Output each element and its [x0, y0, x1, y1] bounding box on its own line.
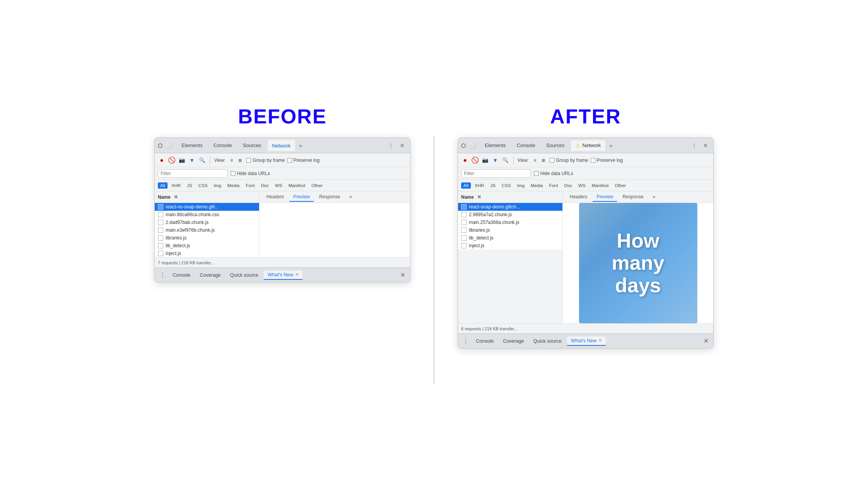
before-view-normal[interactable]: ≣ — [236, 156, 244, 164]
after-file-item-4[interactable]: lib_detect.js — [458, 234, 562, 242]
after-filter-icon[interactable]: ▼ — [491, 156, 499, 164]
before-resource-media[interactable]: Media — [225, 182, 242, 189]
after-drawer-console[interactable]: Console — [472, 337, 498, 345]
after-preserve-checkbox[interactable] — [591, 158, 595, 163]
before-tab-sources[interactable]: Sources — [238, 140, 266, 151]
after-resource-font[interactable]: Font — [547, 182, 560, 189]
before-file-item-4[interactable]: libraries.js — [155, 234, 259, 242]
after-clear-btn[interactable]: 🚫 — [471, 156, 479, 164]
before-resource-js[interactable]: JS — [185, 182, 194, 189]
after-tab-network[interactable]: ⚠ Network — [571, 140, 606, 151]
before-drawer-close-btn[interactable]: ✕ — [399, 271, 407, 279]
after-hide-data-urls[interactable]: Hide data URLs — [534, 171, 573, 176]
before-tab-more[interactable]: » — [297, 141, 304, 150]
before-drawer-console[interactable]: Console — [169, 271, 194, 279]
after-resource-xhr[interactable]: XHR — [472, 182, 486, 189]
before-resource-doc[interactable]: Doc — [259, 182, 271, 189]
after-mobile-icon[interactable]: ⬜ — [469, 142, 475, 149]
before-tab-console[interactable]: Console — [209, 140, 237, 151]
before-resource-all[interactable]: All — [158, 182, 168, 189]
after-hide-checkbox[interactable] — [534, 171, 539, 176]
after-search-icon[interactable]: 🔍 — [501, 156, 509, 164]
after-file-item-5[interactable]: inject.js — [458, 242, 562, 250]
after-group-by-frame[interactable]: Group by frame — [550, 158, 588, 163]
before-resource-font[interactable]: Font — [244, 182, 257, 189]
before-clear-btn[interactable]: 🚫 — [168, 156, 176, 164]
before-panel-close[interactable]: ✕ — [398, 142, 407, 149]
before-group-checkbox[interactable] — [246, 158, 251, 163]
after-drawer-menu[interactable]: ⋮ — [461, 336, 470, 345]
after-tab-more2[interactable]: » — [649, 192, 659, 202]
before-drawer-whats-new[interactable]: What's New ✕ — [264, 271, 303, 280]
before-resource-ws[interactable]: WS — [273, 182, 285, 189]
after-cursor-icon[interactable]: ⬡ — [461, 142, 466, 149]
before-search-icon[interactable]: 🔍 — [198, 156, 206, 164]
before-preserve-log[interactable]: Preserve log — [287, 158, 320, 163]
before-tab-menu[interactable]: ⋮ — [386, 141, 396, 150]
before-tab-elements[interactable]: Elements — [177, 140, 207, 151]
after-resource-doc[interactable]: Doc — [562, 182, 574, 189]
after-header-close[interactable]: ✕ — [477, 194, 481, 200]
after-tab-console[interactable]: Console — [512, 140, 540, 151]
before-drawer-coverage[interactable]: Coverage — [196, 271, 225, 279]
before-drawer-quick-source[interactable]: Quick source — [226, 271, 262, 279]
before-file-item-3[interactable]: main.e3ef976b.chunk.js — [155, 226, 259, 234]
after-file-item-2[interactable]: main.257a366a.chunk.js — [458, 218, 562, 226]
after-tab-preview[interactable]: Preview — [593, 192, 617, 202]
before-tab-preview[interactable]: Preview — [289, 192, 314, 202]
before-filter-icon[interactable]: ▼ — [188, 156, 196, 164]
before-file-item-1[interactable]: main.80ca66ca.chunk.css — [155, 211, 259, 218]
after-file-item-1[interactable]: 2.9895a7a2.chunk.js — [458, 211, 562, 218]
before-hide-data-urls[interactable]: Hide data URLs — [231, 171, 270, 176]
before-header-close[interactable]: ✕ — [174, 194, 178, 200]
after-filter-input[interactable] — [461, 169, 531, 178]
before-filter-input[interactable] — [158, 169, 228, 178]
after-file-item-0[interactable]: react-snap-demo.glitch... — [458, 203, 562, 211]
before-drawer-menu[interactable]: ⋮ — [158, 271, 167, 279]
before-record-btn[interactable]: ● — [158, 156, 166, 164]
after-resource-all[interactable]: All — [461, 182, 471, 189]
after-resource-js[interactable]: JS — [488, 182, 498, 189]
after-resource-css[interactable]: CSS — [499, 182, 513, 189]
after-resource-other[interactable]: Other — [612, 182, 628, 189]
before-resource-img[interactable]: Img — [211, 182, 223, 189]
before-file-item-2[interactable]: 2.dad97bab.chunk.js — [155, 218, 259, 226]
before-tab-headers[interactable]: Headers — [263, 192, 288, 202]
after-tab-headers[interactable]: Headers — [566, 192, 591, 202]
after-drawer-close-btn[interactable]: ✕ — [702, 336, 710, 345]
before-preserve-checkbox[interactable] — [287, 158, 292, 163]
after-tab-menu[interactable]: ⋮ — [689, 141, 699, 150]
before-file-item-5[interactable]: lib_detect.js — [155, 242, 259, 250]
before-drawer-tab-close[interactable]: ✕ — [295, 272, 299, 277]
after-drawer-whats-new[interactable]: What's New ✕ — [567, 336, 606, 346]
after-tab-response[interactable]: Response — [619, 192, 647, 202]
before-hide-checkbox[interactable] — [231, 171, 235, 176]
before-resource-xhr[interactable]: XHR — [169, 182, 183, 189]
before-camera-btn[interactable]: 📷 — [178, 156, 186, 164]
before-view-dense[interactable]: ≡ — [228, 156, 235, 164]
before-resource-manifest[interactable]: Manifest — [286, 182, 308, 189]
after-file-item-3[interactable]: libraries.js — [458, 226, 562, 234]
after-panel-close[interactable]: ✕ — [701, 142, 710, 149]
after-resource-ws[interactable]: WS — [576, 182, 588, 189]
before-tab-response[interactable]: Response — [315, 192, 344, 202]
before-tab-network[interactable]: Network — [268, 140, 296, 151]
after-record-btn[interactable]: ● — [461, 156, 469, 164]
before-tab-more2[interactable]: » — [346, 192, 356, 202]
after-drawer-coverage[interactable]: Coverage — [499, 337, 528, 345]
after-resource-img[interactable]: Img — [515, 182, 527, 189]
mobile-icon[interactable]: ⬜ — [166, 142, 172, 149]
before-resource-css[interactable]: CSS — [196, 182, 210, 189]
after-preserve-log[interactable]: Preserve log — [591, 158, 623, 163]
after-tab-sources[interactable]: Sources — [541, 140, 569, 151]
before-group-by-frame[interactable]: Group by frame — [246, 158, 285, 163]
after-view-normal[interactable]: ≣ — [539, 156, 547, 164]
before-file-item-6[interactable]: inject.js — [155, 250, 259, 257]
after-resource-manifest[interactable]: Manifest — [590, 182, 611, 189]
after-camera-btn[interactable]: 📷 — [481, 156, 489, 164]
after-resource-media[interactable]: Media — [528, 182, 545, 189]
after-group-checkbox[interactable] — [550, 158, 554, 163]
before-file-item-0[interactable]: react-no-snap-demo.glit... — [155, 203, 259, 211]
after-view-dense[interactable]: ≡ — [531, 156, 539, 164]
after-tab-more[interactable]: » — [607, 141, 615, 150]
